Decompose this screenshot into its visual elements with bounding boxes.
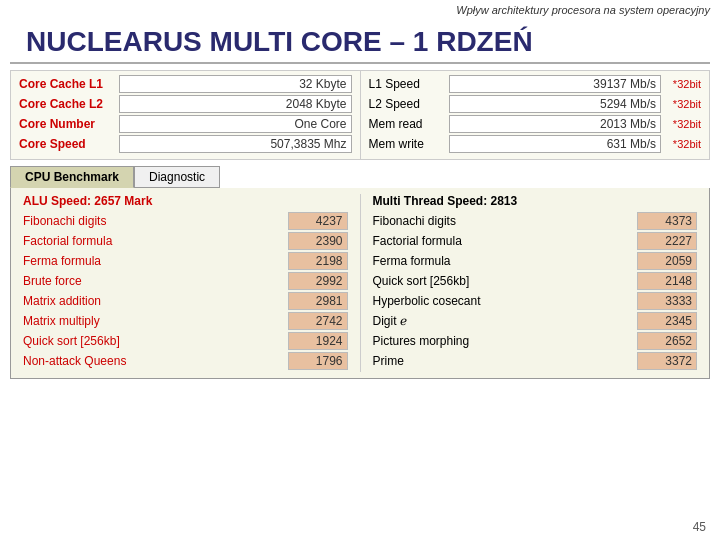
bench-section: ALU Speed: 2657 Mark Fibonachi digits 42…	[10, 188, 710, 379]
info-right-bit: *32bit	[661, 78, 701, 90]
info-left-label: Core Speed	[19, 137, 119, 151]
info-left-label: Core Cache L2	[19, 97, 119, 111]
info-section: Core Cache L1 32 Kbyte Core Cache L2 204…	[10, 70, 710, 160]
info-left: Core Cache L1 32 Kbyte Core Cache L2 204…	[11, 71, 360, 159]
page-number: 45	[693, 520, 706, 534]
info-left-label: Core Cache L1	[19, 77, 119, 91]
bench-right-row: Quick sort [256kb] 2148	[373, 272, 698, 290]
bench-left-label: Non-attack Queens	[23, 354, 288, 368]
bench-right-value: 3333	[637, 292, 697, 310]
bench-left-row: Matrix addition 2981	[23, 292, 348, 310]
bench-left-value: 2198	[288, 252, 348, 270]
bench-right-label: Digit ℯ	[373, 314, 638, 328]
tab-cpu-benchmark[interactable]: CPU Benchmark	[10, 166, 134, 188]
bench-left-header: ALU Speed: 2657 Mark	[23, 194, 348, 208]
bench-right-row: Hyperbolic cosecant 3333	[373, 292, 698, 310]
bench-right-value: 2059	[637, 252, 697, 270]
info-left-value: 32 Kbyte	[119, 75, 352, 93]
tabs-row: CPU BenchmarkDiagnostic	[10, 166, 710, 188]
bench-left-value: 1796	[288, 352, 348, 370]
bench-right-value: 3372	[637, 352, 697, 370]
info-left-value: 507,3835 Mhz	[119, 135, 352, 153]
bench-left-row: Brute force 2992	[23, 272, 348, 290]
info-left-label: Core Number	[19, 117, 119, 131]
info-right-value: 39137 Mb/s	[449, 75, 662, 93]
bench-left-label: Fibonachi digits	[23, 214, 288, 228]
info-left-row: Core Number One Core	[19, 115, 352, 133]
top-bar-title: Wpływ architektury procesora na system o…	[456, 4, 710, 16]
info-right-row: L1 Speed 39137 Mb/s *32bit	[369, 75, 702, 93]
info-right-label: Mem read	[369, 117, 449, 131]
bench-right-value: 4373	[637, 212, 697, 230]
info-right-row: Mem write 631 Mb/s *32bit	[369, 135, 702, 153]
info-right-bit: *32bit	[661, 118, 701, 130]
info-right-row: L2 Speed 5294 Mb/s *32bit	[369, 95, 702, 113]
bench-right-value: 2227	[637, 232, 697, 250]
info-right-label: L2 Speed	[369, 97, 449, 111]
bench-left-value: 2992	[288, 272, 348, 290]
bench-left-row: Ferma formula 2198	[23, 252, 348, 270]
info-left-row: Core Cache L1 32 Kbyte	[19, 75, 352, 93]
bench-right-value: 2345	[637, 312, 697, 330]
bench-right-label: Pictures morphing	[373, 334, 638, 348]
bench-right: Multi Thread Speed: 2813 Fibonachi digit…	[369, 194, 702, 372]
bench-left-value: 1924	[288, 332, 348, 350]
bench-left-label: Factorial formula	[23, 234, 288, 248]
bench-right-label: Fibonachi digits	[373, 214, 638, 228]
bench-left-label: Matrix addition	[23, 294, 288, 308]
bench-left-label: Ferma formula	[23, 254, 288, 268]
info-right-bit: *32bit	[661, 138, 701, 150]
top-bar: Wpływ architektury procesora na system o…	[0, 0, 720, 20]
bench-left-value: 4237	[288, 212, 348, 230]
bench-left: ALU Speed: 2657 Mark Fibonachi digits 42…	[19, 194, 352, 372]
info-right-value: 2013 Mb/s	[449, 115, 662, 133]
bench-right-label: Factorial formula	[373, 234, 638, 248]
bench-left-value: 2742	[288, 312, 348, 330]
info-right-value: 631 Mb/s	[449, 135, 662, 153]
bench-right-row: Prime 3372	[373, 352, 698, 370]
bench-left-value: 2390	[288, 232, 348, 250]
info-right-label: Mem write	[369, 137, 449, 151]
bench-right-row: Ferma formula 2059	[373, 252, 698, 270]
info-right-label: L1 Speed	[369, 77, 449, 91]
bench-right-header: Multi Thread Speed: 2813	[373, 194, 698, 208]
info-right-row: Mem read 2013 Mb/s *32bit	[369, 115, 702, 133]
bench-right-row: Fibonachi digits 4373	[373, 212, 698, 230]
main-title: NUCLEARUS MULTI CORE – 1 RDZEŃ	[10, 20, 710, 64]
info-left-row: Core Speed 507,3835 Mhz	[19, 135, 352, 153]
bench-left-row: Quick sort [256kb] 1924	[23, 332, 348, 350]
bench-left-value: 2981	[288, 292, 348, 310]
bench-left-row: Non-attack Queens 1796	[23, 352, 348, 370]
bench-right-value: 2148	[637, 272, 697, 290]
info-right: L1 Speed 39137 Mb/s *32bit L2 Speed 5294…	[361, 71, 710, 159]
bench-right-row: Factorial formula 2227	[373, 232, 698, 250]
bench-right-row: Pictures morphing 2652	[373, 332, 698, 350]
bench-left-row: Matrix multiply 2742	[23, 312, 348, 330]
bench-left-label: Matrix multiply	[23, 314, 288, 328]
bench-right-row: Digit ℯ 2345	[373, 312, 698, 330]
bench-left-label: Quick sort [256kb]	[23, 334, 288, 348]
bench-divider	[360, 194, 361, 372]
info-left-value: 2048 Kbyte	[119, 95, 352, 113]
info-left-row: Core Cache L2 2048 Kbyte	[19, 95, 352, 113]
bench-left-label: Brute force	[23, 274, 288, 288]
bench-left-row: Fibonachi digits 4237	[23, 212, 348, 230]
bench-right-label: Quick sort [256kb]	[373, 274, 638, 288]
info-right-bit: *32bit	[661, 98, 701, 110]
tab-diagnostic[interactable]: Diagnostic	[134, 166, 220, 188]
info-left-value: One Core	[119, 115, 352, 133]
bench-right-label: Hyperbolic cosecant	[373, 294, 638, 308]
bench-right-label: Ferma formula	[373, 254, 638, 268]
info-right-value: 5294 Mb/s	[449, 95, 662, 113]
bench-right-value: 2652	[637, 332, 697, 350]
bench-right-label: Prime	[373, 354, 638, 368]
bench-left-row: Factorial formula 2390	[23, 232, 348, 250]
